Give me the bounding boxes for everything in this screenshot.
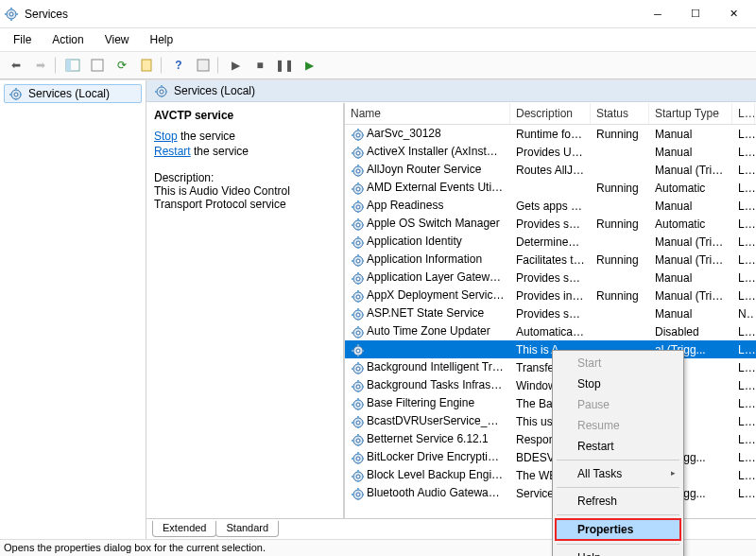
cell-startup: Manual <box>649 199 732 214</box>
cm-help[interactable]: Help <box>555 547 681 556</box>
cell-status: Running <box>591 127 649 142</box>
stop-service-button[interactable]: ■ <box>249 55 270 76</box>
table-row[interactable]: ActiveX Installer (AxInstSV)Provides Use… <box>345 143 756 161</box>
cell-name: ActiveX Installer (AxInstSV) <box>367 145 506 158</box>
cell-description: Automaticall... <box>510 324 591 339</box>
table-row[interactable]: BcastDVRUserService_30128This usealLoc <box>345 412 756 430</box>
export-list-button[interactable] <box>136 55 157 76</box>
table-row[interactable]: AarSvc_30128Runtime for ...RunningManual… <box>345 125 756 143</box>
cell-startup: Manual <box>649 270 732 286</box>
stop-link[interactable]: Stop <box>154 130 178 143</box>
table-row[interactable]: Block Level Backup Engine S...The WBalLo… <box>345 466 756 484</box>
table-row[interactable]: App ReadinessGets apps re...ManualLoc <box>345 197 756 215</box>
gear-icon <box>351 415 364 428</box>
menu-action[interactable]: Action <box>48 31 87 48</box>
back-button[interactable]: ⬅ <box>6 55 26 76</box>
table-row[interactable]: AppX Deployment Service (A...Provides in… <box>345 287 756 304</box>
cell-log: Loc <box>732 235 755 250</box>
restart-suffix: the service <box>191 145 249 158</box>
table-row[interactable]: Application InformationFacilitates th...… <box>345 251 756 269</box>
right-pane-header: Services (Local) <box>146 80 756 102</box>
gear-icon <box>351 307 364 321</box>
menu-view[interactable]: View <box>101 31 133 48</box>
rows-container: AarSvc_30128Runtime for ...RunningManual… <box>345 125 756 502</box>
properties-button[interactable] <box>193 55 214 76</box>
help-button[interactable]: ? <box>168 55 189 76</box>
tab-extended[interactable]: Extended <box>152 521 216 537</box>
cell-description: Provides Use... <box>510 145 591 160</box>
col-name[interactable]: Name <box>345 103 510 124</box>
cm-stop[interactable]: Stop <box>555 374 681 394</box>
cell-name: Background Tasks Infrastruc... <box>367 378 510 391</box>
toolbar: ⬅ ➡ ⟳ ? ▶ ■ ❚❚ ▶ <box>0 51 756 79</box>
table-row[interactable]: AllJoyn Router ServiceRoutes AllJo...Man… <box>345 161 756 179</box>
restart-service-button[interactable]: ▶ <box>299 55 319 76</box>
table-row[interactable]: Bluetooth Audio Gateway Se...Serviceal (… <box>345 484 756 502</box>
separator <box>55 57 59 74</box>
table-row[interactable]: Auto Time Zone UpdaterAutomaticall...Dis… <box>345 322 756 340</box>
table-row[interactable]: BitLocker Drive Encryption S...BDESVCal … <box>345 448 756 466</box>
cell-log: Loc <box>732 468 755 483</box>
cell-startup: Automatic <box>649 217 732 232</box>
table-row[interactable]: AMD External Events UtilityRunningAutoma… <box>345 179 756 197</box>
gear-icon <box>351 217 364 231</box>
cm-all-tasks[interactable]: All Tasks <box>555 463 681 484</box>
cell-log: Loc <box>732 181 755 196</box>
export-button[interactable] <box>87 55 108 76</box>
cell-status: Running <box>591 181 649 196</box>
cell-status: Running <box>591 252 649 268</box>
cm-pause: Pause <box>555 394 681 415</box>
refresh-button[interactable]: ⟳ <box>112 55 132 76</box>
table-row[interactable]: This is Aal (Trigg...Loc <box>345 340 756 358</box>
menu-file[interactable]: File <box>9 31 35 48</box>
gear-icon <box>351 146 364 159</box>
cell-status <box>591 277 649 279</box>
svg-rect-8 <box>92 60 103 71</box>
maximize-button[interactable]: ☐ <box>677 0 714 28</box>
cell-log: Loc <box>732 342 755 357</box>
cell-log: Loc <box>732 414 755 429</box>
forward-button[interactable]: ➡ <box>30 55 51 76</box>
table-row[interactable]: Background Tasks Infrastruc...Windowatic… <box>345 376 756 394</box>
cm-properties[interactable]: Properties <box>555 518 681 541</box>
col-description[interactable]: Description <box>510 103 591 124</box>
col-log-on-as[interactable]: Loc <box>732 103 755 124</box>
stop-suffix: the service <box>178 130 235 143</box>
svg-rect-10 <box>198 60 209 71</box>
cm-restart[interactable]: Restart <box>555 436 681 457</box>
restart-link[interactable]: Restart <box>154 145 191 158</box>
cell-name: Betternet Service 6.12.1 <box>367 432 489 445</box>
tab-standard[interactable]: Standard <box>215 521 279 537</box>
table-row[interactable]: Apple OS Switch ManagerProvides sup...Ru… <box>345 215 756 233</box>
minimize-button[interactable]: ─ <box>639 0 677 28</box>
cell-log: Loc <box>732 324 755 339</box>
menu-help[interactable]: Help <box>146 31 178 48</box>
gear-icon <box>351 182 364 195</box>
selected-service-title: AVCTP service <box>154 109 335 122</box>
table-row[interactable]: Application IdentityDetermines ...Manual… <box>345 233 756 251</box>
cell-description: Provides infr... <box>510 288 591 304</box>
gear-icon <box>351 128 364 141</box>
tree-root-label: Services (Local) <box>28 87 110 100</box>
table-row[interactable]: Application Layer Gateway S...Provides s… <box>345 269 756 287</box>
cm-refresh[interactable]: Refresh <box>555 491 681 512</box>
cell-description <box>510 187 591 189</box>
show-hide-button[interactable] <box>62 55 83 76</box>
gear-icon <box>351 451 364 464</box>
table-row[interactable]: ASP.NET State ServiceProvides sup...Manu… <box>345 304 756 322</box>
table-row[interactable]: Background Intelligent Tran...Transferal… <box>345 358 756 376</box>
pause-service-button[interactable]: ❚❚ <box>274 55 295 76</box>
col-startup-type[interactable]: Startup Type <box>649 103 732 124</box>
gear-icon <box>351 379 364 392</box>
list-header: Name Description Status Startup Type Loc <box>345 103 756 125</box>
cell-startup: Automatic <box>649 181 732 196</box>
col-status[interactable]: Status <box>591 103 649 124</box>
table-row[interactable]: Betternet Service 6.12.1ResponalLoc <box>345 430 756 448</box>
cell-name: Auto Time Zone Updater <box>367 324 490 338</box>
table-row[interactable]: Base Filtering EngineThe BasaticLoc <box>345 394 756 412</box>
titlebar: Services ─ ☐ ✕ <box>0 0 756 28</box>
close-button[interactable]: ✕ <box>714 0 752 28</box>
tree-root-item[interactable]: Services (Local) <box>4 84 142 103</box>
start-service-button[interactable]: ▶ <box>225 55 246 76</box>
gear-icon <box>351 253 364 267</box>
